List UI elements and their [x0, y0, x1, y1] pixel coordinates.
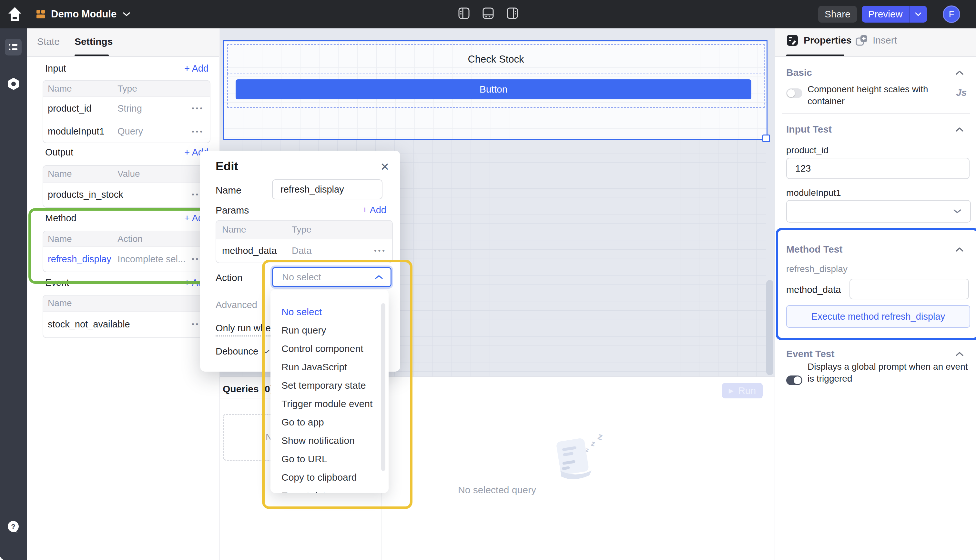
method-name-label: refresh_display	[786, 264, 848, 274]
output-col-value: Value	[117, 169, 210, 179]
params-col-name: Name	[216, 225, 292, 235]
svg-text:z: z	[590, 439, 596, 448]
collapse-chevron-icon[interactable]	[955, 351, 964, 357]
module-header-zone[interactable]: Check Stock	[227, 44, 764, 74]
more-icon[interactable]: •••	[192, 127, 210, 136]
help-button[interactable]: ?	[7, 520, 20, 534]
menu-item[interactable]: Export data	[270, 487, 389, 493]
tab-insert[interactable]: Insert	[855, 34, 897, 47]
table-row[interactable]: refresh_display Incomplete sel... •••	[43, 247, 210, 271]
rail-item-outline[interactable]	[5, 39, 22, 55]
canvas-button[interactable]: Button	[235, 79, 751, 99]
height-toggle-label: Component height scales with container	[807, 83, 933, 107]
modal-title: Edit	[215, 160, 238, 173]
hexagon-nut-icon	[7, 77, 20, 90]
table-row[interactable]: method_data Data •••	[216, 239, 392, 262]
menu-item[interactable]: Show notification	[270, 431, 389, 450]
collapse-chevron-icon[interactable]	[955, 127, 964, 132]
home-button[interactable]	[8, 7, 22, 22]
table-row[interactable]: moduleInput1 Query •••	[43, 120, 210, 143]
menu-item[interactable]: Run query	[270, 321, 389, 339]
help-icon: ?	[7, 520, 20, 534]
output-table: NameValue products_in_stock •••	[43, 165, 210, 208]
chevron-down-icon	[953, 208, 962, 214]
menu-item[interactable]: Control component	[270, 339, 389, 358]
module-body-zone[interactable]: Button	[227, 73, 764, 108]
row-name: product_id	[43, 103, 117, 114]
dropdown-scrollbar[interactable]	[381, 303, 385, 471]
tab-settings-underline	[75, 55, 109, 56]
tab-properties[interactable]: Properties	[786, 34, 851, 47]
table-row[interactable]: products_in_stock •••	[43, 183, 210, 207]
menu-item[interactable]: Go to URL	[270, 450, 389, 468]
home-icon	[8, 7, 22, 22]
collapse-chevron-icon[interactable]	[955, 70, 964, 75]
table-row[interactable]: product_id String •••	[43, 97, 210, 120]
properties-icon	[786, 34, 799, 47]
debounce-row[interactable]: Debounce	[215, 346, 270, 357]
module-input1-select[interactable]	[786, 200, 971, 223]
collapse-chevron-icon[interactable]	[955, 247, 964, 252]
output-section-title: Output	[45, 147, 73, 158]
more-icon[interactable]: •••	[192, 104, 210, 113]
modal-name-label: Name	[215, 185, 242, 196]
svg-text:z: z	[585, 446, 590, 453]
js-icon[interactable]: Js	[956, 87, 967, 98]
tab-state[interactable]: State	[37, 36, 60, 47]
resize-handle[interactable]	[762, 135, 770, 142]
queries-panel-title: Queries (0)	[223, 383, 274, 395]
params-table: NameType method_data Data •••	[215, 220, 393, 263]
method-data-label: method_data	[786, 285, 841, 295]
run-button[interactable]: ▶ Run	[722, 383, 762, 398]
row-name-link[interactable]: refresh_display	[43, 254, 117, 265]
row-name: stock_not_available	[43, 319, 170, 330]
height-scale-toggle[interactable]	[786, 88, 802, 98]
input-add-button[interactable]: + Add	[184, 63, 209, 74]
tab-settings[interactable]: Settings	[75, 36, 113, 47]
menu-item[interactable]: Trigger module event	[270, 395, 389, 413]
method-table: NameAction refresh_display Incomplete se…	[43, 231, 210, 272]
right-tabbar: Properties Insert	[775, 28, 976, 57]
execute-method-label: Execute method refresh_display	[811, 311, 945, 322]
only-run-when-label[interactable]: Only run when	[215, 323, 276, 337]
modal-params-add-button[interactable]: + Add	[362, 205, 386, 215]
right-properties-panel: Properties Insert Basic Component height…	[774, 28, 976, 560]
menu-item[interactable]: Run JavaScript	[270, 358, 389, 376]
row-type: String	[117, 103, 192, 114]
canvas-scrollbar[interactable]	[766, 280, 773, 375]
close-icon[interactable]: ✕	[380, 160, 390, 173]
menu-item[interactable]: Set temporary state	[270, 376, 389, 395]
module-header-text: Check Stock	[468, 53, 524, 65]
menu-item[interactable]: No select	[270, 303, 389, 321]
share-button-label: Share	[825, 9, 851, 20]
row-type: Query	[117, 126, 192, 137]
modal-params-label: Params	[215, 205, 249, 216]
menu-item[interactable]: Copy to clipboard	[270, 468, 389, 487]
event-prompt-toggle[interactable]	[786, 375, 802, 385]
menu-item[interactable]: Go to app	[270, 413, 389, 431]
chevron-down-icon	[262, 349, 270, 354]
debounce-label: Debounce	[215, 346, 258, 357]
product-id-input[interactable]	[786, 158, 969, 179]
avatar-initial: F	[949, 9, 954, 19]
preview-button[interactable]: Preview	[862, 9, 909, 20]
method-data-input[interactable]	[849, 279, 969, 299]
preview-dropdown-button[interactable]	[909, 12, 927, 17]
rail-item-module[interactable]	[7, 77, 20, 90]
execute-method-button[interactable]: Execute method refresh_display	[786, 305, 970, 328]
share-button[interactable]: Share	[818, 6, 857, 23]
no-selected-query-label: No selected query	[381, 485, 613, 495]
avatar[interactable]: F	[943, 5, 960, 23]
toggle-bottom-panel-button[interactable]	[482, 7, 494, 19]
module-container[interactable]: Check Stock Button	[223, 40, 767, 140]
toggle-right-panel-button[interactable]	[507, 7, 518, 19]
more-icon[interactable]: •••	[374, 247, 392, 255]
table-row[interactable]: stock_not_available •••	[43, 312, 210, 337]
run-button-label: Run	[738, 385, 756, 396]
toggle-left-panel-button[interactable]	[458, 7, 470, 19]
action-select[interactable]: No select	[272, 267, 392, 287]
chevron-up-icon	[374, 274, 384, 280]
module-switcher[interactable]: Demo Module	[36, 0, 131, 28]
modal-name-input[interactable]	[272, 179, 382, 199]
event-test-title: Event Test	[786, 348, 835, 359]
